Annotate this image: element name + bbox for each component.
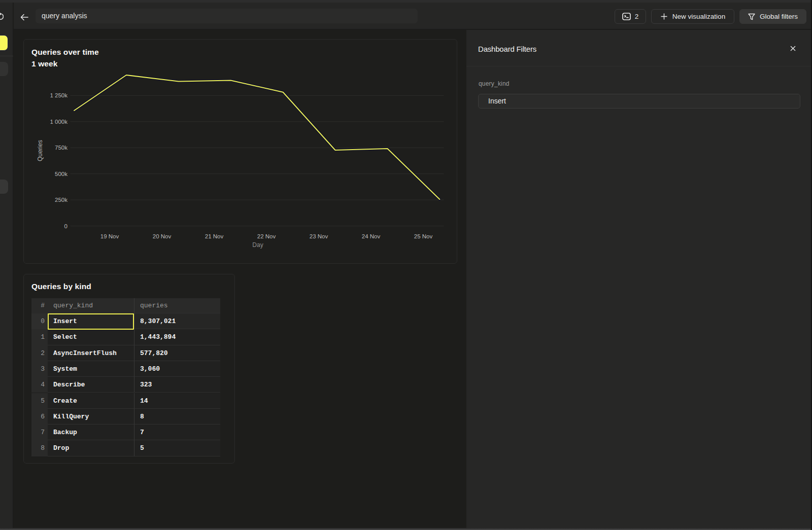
svg-text:20 Nov: 20 Nov — [153, 233, 172, 239]
svg-text:25 Nov: 25 Nov — [414, 233, 433, 239]
svg-text:19 Nov: 19 Nov — [100, 233, 119, 239]
svg-text:23 Nov: 23 Nov — [310, 233, 328, 239]
svg-text:22 Nov: 22 Nov — [257, 233, 276, 239]
svg-text:0: 0 — [64, 223, 67, 229]
svg-text:1 250k: 1 250k — [50, 92, 67, 98]
svg-text:21 Nov: 21 Nov — [205, 233, 224, 239]
svg-text:250k: 250k — [55, 197, 67, 203]
svg-text:Queries: Queries — [37, 140, 44, 161]
svg-text:Day: Day — [252, 241, 263, 249]
svg-text:750k: 750k — [55, 145, 67, 151]
svg-text:500k: 500k — [55, 171, 67, 177]
svg-text:24 Nov: 24 Nov — [362, 233, 381, 239]
svg-text:1 000k: 1 000k — [50, 119, 67, 125]
